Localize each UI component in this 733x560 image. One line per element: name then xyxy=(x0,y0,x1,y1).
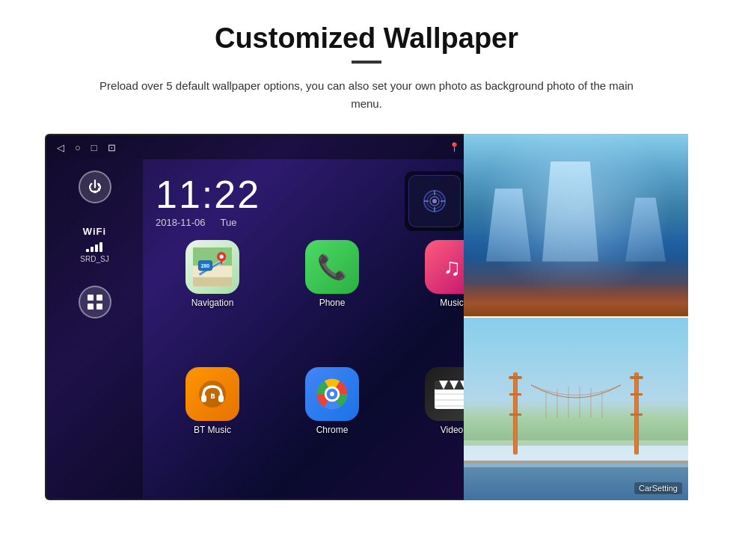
apps-grid-button[interactable] xyxy=(79,286,111,319)
android-mockup: ◁ ○ □ ⊡ 📍 11:22 xyxy=(45,134,522,500)
svg-rect-3 xyxy=(96,304,102,310)
svg-point-23 xyxy=(220,255,224,259)
btmusic-label: BT Music xyxy=(194,425,231,435)
clock-section: 11:22 2018-11-06 Tue xyxy=(156,175,390,228)
music-note-icon: ♫ xyxy=(443,253,461,281)
status-bar-left: ◁ ○ □ ⊡ xyxy=(57,142,116,153)
status-bar: ◁ ○ □ ⊡ 📍 11:22 xyxy=(46,135,521,159)
screenshot-nav-icon[interactable]: ⊡ xyxy=(108,142,116,153)
wallpaper-thumbnails: CarSetting xyxy=(464,134,688,500)
clock-date: 2018-11-06 Tue xyxy=(156,217,390,228)
media-app-icon[interactable] xyxy=(405,171,464,231)
chrome-app-icon xyxy=(305,367,359,421)
screen-content: ⏻ WiFi SRD_SJ xyxy=(46,159,521,499)
page-description: Preload over 5 default wallpaper options… xyxy=(86,77,647,113)
wallpaper-thumb-ice[interactable] xyxy=(464,134,688,318)
svg-rect-18 xyxy=(193,282,232,286)
btmusic-app-icon: ʙ xyxy=(185,367,239,421)
phone-app-icon: 📞 xyxy=(305,240,359,294)
svg-rect-1 xyxy=(96,295,102,301)
back-nav-icon[interactable]: ◁ xyxy=(57,142,64,153)
music-label: Music xyxy=(440,298,463,308)
power-button[interactable]: ⏻ xyxy=(79,170,111,203)
location-icon: 📍 xyxy=(449,142,460,153)
chrome-label: Chrome xyxy=(316,425,349,435)
screen-container: ◁ ○ □ ⊡ 📍 11:22 xyxy=(45,134,688,500)
svg-point-7 xyxy=(432,199,437,203)
date-value: 2018-11-06 xyxy=(156,217,206,228)
ice-wallpaper xyxy=(464,134,688,316)
wallpaper-thumb-bridge[interactable]: CarSetting xyxy=(464,318,688,500)
phone-label: Phone xyxy=(319,298,346,308)
wifi-network-name: SRD_SJ xyxy=(80,255,108,263)
home-nav-icon[interactable]: ○ xyxy=(75,142,81,153)
svg-rect-25 xyxy=(201,395,206,402)
app-item-phone[interactable]: 📞 Phone xyxy=(275,240,389,361)
video-label: Video xyxy=(441,425,463,435)
wifi-title-label: WiFi xyxy=(80,226,108,237)
android-screen: ◁ ○ □ ⊡ 📍 11:22 xyxy=(45,134,522,500)
day-value: Tue xyxy=(221,217,237,228)
navigation-label: Navigation xyxy=(191,298,234,308)
page-container: Customized Wallpaper Preload over 5 defa… xyxy=(0,0,733,515)
wifi-info: WiFi SRD_SJ xyxy=(80,226,108,263)
page-title: Customized Wallpaper xyxy=(45,22,688,55)
navigation-app-icon: 280 xyxy=(185,240,239,294)
recent-nav-icon[interactable]: □ xyxy=(91,142,97,153)
bridge-wallpaper: CarSetting xyxy=(464,318,688,500)
title-divider xyxy=(352,61,381,64)
svg-text:ʙ: ʙ xyxy=(210,391,215,400)
phone-icon: 📞 xyxy=(317,253,347,281)
svg-rect-14 xyxy=(193,247,232,256)
svg-text:280: 280 xyxy=(201,263,210,268)
svg-point-31 xyxy=(330,392,334,396)
bridge-structure xyxy=(464,318,688,500)
wifi-signal-bars xyxy=(80,240,108,252)
svg-rect-0 xyxy=(88,295,93,301)
clock-time: 11:22 xyxy=(156,175,390,214)
svg-rect-26 xyxy=(218,395,224,402)
svg-rect-2 xyxy=(88,304,93,310)
app-item-chrome[interactable]: Chrome xyxy=(275,367,389,488)
app-item-btmusic[interactable]: ʙ BT Music xyxy=(156,367,269,488)
carsetting-label: CarSetting xyxy=(634,482,682,494)
app-item-navigation[interactable]: 280 Navigation xyxy=(156,240,269,361)
screen-sidebar: ⏻ WiFi SRD_SJ xyxy=(46,159,144,499)
